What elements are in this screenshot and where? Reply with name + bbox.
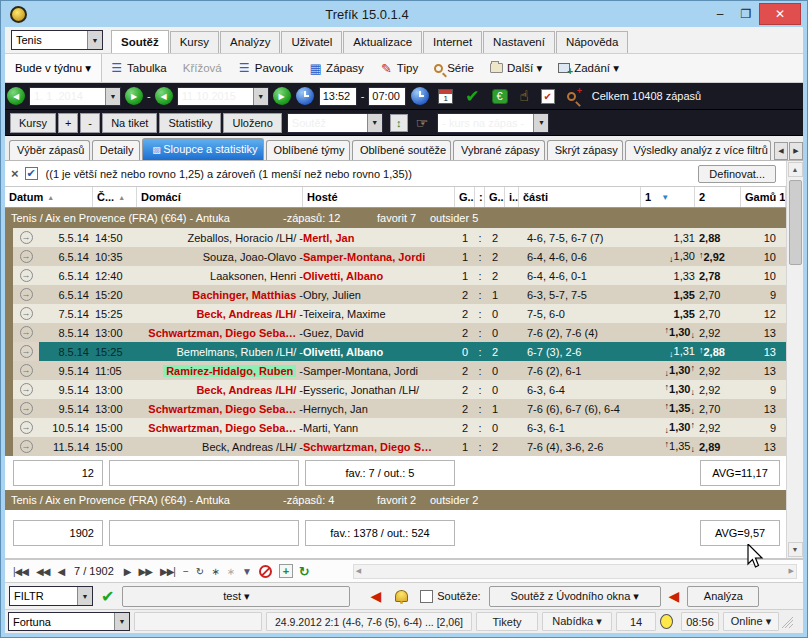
open-match-icon[interactable]: →: [20, 440, 33, 453]
nav-star-button[interactable]: ∗: [211, 566, 218, 577]
toolbar-zadání-button[interactable]: Zadání ▾: [550, 54, 627, 82]
menu-item-kursy[interactable]: Kursy: [170, 31, 219, 53]
add-record-icon[interactable]: +: [279, 564, 293, 578]
match-row[interactable]: →9.5.1413:00Beck, Andreas /LH/ - Eysseri…: [5, 380, 786, 399]
column-header-3[interactable]: Domácí: [137, 187, 303, 207]
filter-enabled-checkbox[interactable]: ✔: [25, 167, 38, 180]
open-match-icon[interactable]: →: [20, 288, 33, 301]
row-open-cell[interactable]: →: [13, 361, 39, 380]
open-match-icon[interactable]: →: [20, 307, 33, 320]
row-open-cell[interactable]: →: [13, 266, 39, 285]
toolbar-tabulka-button[interactable]: ☰Tabulka: [102, 54, 175, 82]
column-header-1[interactable]: Datum▲: [5, 187, 93, 207]
maximize-button[interactable]: ❐: [733, 4, 759, 24]
reload-icon[interactable]: ↻: [299, 564, 310, 579]
view-tab-8[interactable]: Výsledky analýz z více filtrů: [625, 140, 771, 160]
column-header-5[interactable]: G...: [455, 187, 475, 207]
menu-item-aktualizace[interactable]: Aktualizace: [343, 31, 422, 53]
nav-delete-button[interactable]: −: [183, 566, 188, 577]
view-tab-2[interactable]: Detaily: [92, 140, 140, 160]
row-open-cell[interactable]: →: [13, 437, 39, 456]
row-open-cell[interactable]: →: [13, 399, 39, 418]
nav-last-button[interactable]: ▶▶|: [160, 566, 175, 577]
nav-next-button[interactable]: ▶: [124, 566, 131, 577]
row-open-cell[interactable]: →: [13, 418, 39, 437]
column-header-10[interactable]: 1▼: [641, 187, 695, 207]
checklist-icon[interactable]: ✔: [541, 89, 555, 104]
menu-item-nápověda[interactable]: Nápověda: [556, 31, 628, 53]
open-match-icon[interactable]: →: [20, 250, 33, 263]
row-open-cell[interactable]: →: [13, 342, 39, 361]
euro-icon[interactable]: €: [492, 89, 508, 104]
bell-icon[interactable]: [395, 590, 408, 602]
time-to-clock-button[interactable]: [411, 87, 429, 105]
scroll-up-icon[interactable]: ▲: [788, 162, 803, 177]
view-tab-3[interactable]: Sloupce a statistiky: [142, 138, 263, 160]
column-header-9[interactable]: části: [519, 187, 641, 207]
minimize-button[interactable]: –: [707, 4, 733, 24]
row-open-cell[interactable]: →: [13, 323, 39, 342]
column-header-2[interactable]: Č...▲: [93, 187, 137, 207]
sport-selector[interactable]: Tenis ▼: [11, 30, 103, 50]
vertical-scrollbar[interactable]: ▲ ▼: [786, 161, 803, 558]
column-header-4[interactable]: Hosté: [303, 187, 455, 207]
oddsbar-uloženo-button[interactable]: Uloženo: [223, 113, 281, 133]
bookmaker-selector[interactable]: Fortuna ▼: [8, 612, 130, 631]
chevron-down-icon[interactable]: ▼: [253, 88, 268, 105]
match-row[interactable]: →10.5.1415:00Schwartzman, Diego Seba… - …: [5, 418, 786, 437]
nav-fast-back-button[interactable]: ◀◀: [36, 566, 49, 577]
row-open-cell[interactable]: →: [13, 228, 39, 247]
row-open-cell[interactable]: →: [13, 380, 39, 399]
column-header-7[interactable]: G...: [485, 187, 505, 207]
scroll-down-icon[interactable]: ▼: [788, 542, 803, 557]
match-row[interactable]: →8.5.1413:00Schwartzman, Diego Seba… - G…: [5, 323, 786, 342]
column-filter-icon[interactable]: ▼: [661, 193, 669, 202]
remove-filter-icon[interactable]: ×: [11, 166, 19, 181]
chevron-down-icon[interactable]: ▼: [87, 31, 102, 49]
row-open-cell[interactable]: →: [13, 285, 39, 304]
tabs-scroll-right-button[interactable]: ▶: [789, 142, 803, 160]
date-to-field[interactable]: 11.10.2015 ▼: [177, 87, 269, 106]
view-tab-6[interactable]: Vybrané zápasy: [453, 140, 545, 160]
chevron-down-icon[interactable]: ▼: [367, 114, 382, 132]
view-tab-7[interactable]: Skrýt zápasy: [547, 140, 624, 160]
offer-dropdown[interactable]: Nabídka ▾: [542, 612, 612, 631]
menu-item-soutěž[interactable]: Soutěž: [111, 30, 169, 53]
oddsbar-statistiky-button[interactable]: Statistiky: [159, 113, 221, 133]
odds-type-select[interactable]: - kurs na zápas - ▼: [437, 113, 549, 133]
preset-button[interactable]: test ▾: [122, 586, 350, 607]
open-match-icon[interactable]: →: [20, 269, 33, 282]
time-from-field[interactable]: 13:52: [319, 87, 357, 106]
row-open-cell[interactable]: →: [13, 304, 39, 323]
match-row[interactable]: →7.5.1415:25Beck, Andreas /LH/ - Teixeir…: [5, 304, 786, 323]
hscroll-left-icon[interactable]: ◀: [356, 567, 361, 575]
search-plus-icon[interactable]: [567, 92, 576, 101]
open-match-icon[interactable]: →: [20, 326, 33, 339]
analyze-left-arrow-icon[interactable]: ◀: [669, 588, 680, 604]
match-row[interactable]: →5.5.1414:50Zeballos, Horacio /LH/ - Mer…: [5, 228, 786, 247]
online-dropdown[interactable]: Online ▾: [723, 612, 779, 631]
open-match-icon[interactable]: →: [20, 383, 33, 396]
resize-grip[interactable]: [781, 616, 793, 628]
date-from-prev-button[interactable]: ◀: [7, 87, 25, 105]
menu-item-analýzy[interactable]: Analýzy: [220, 31, 280, 53]
apply-left-arrow-icon[interactable]: ◀: [370, 588, 381, 604]
view-tab-1[interactable]: Výběr zápasů: [9, 140, 90, 160]
open-match-icon[interactable]: →: [20, 402, 33, 415]
column-header-8[interactable]: i...: [505, 187, 519, 207]
menu-item-nastavení[interactable]: Nastavení: [483, 31, 555, 53]
open-match-icon[interactable]: →: [20, 421, 33, 434]
toolbar-zápasy-button[interactable]: ▦Zápasy: [301, 54, 372, 82]
period-dropdown[interactable]: Bude v týdnu ▾: [5, 54, 102, 82]
group-header[interactable]: Tenis / Aix en Provence (FRA) (€64) - An…: [5, 490, 786, 510]
date-to-next-button[interactable]: ▶: [273, 87, 291, 105]
match-row[interactable]: →6.5.1412:40Laaksonen, Henri - Olivetti,…: [5, 266, 786, 285]
column-header-12[interactable]: Gamů 1. set: [741, 187, 786, 207]
match-row[interactable]: →9.5.1413:00Schwartzman, Diego Seba… - H…: [5, 399, 786, 418]
apply-filter-check-icon[interactable]: ✔: [101, 587, 114, 606]
filter-selector[interactable]: FILTR ▼: [9, 586, 93, 606]
horizontal-scrollbar[interactable]: ◀ ▶: [353, 564, 797, 579]
match-row[interactable]: →9.5.1411:05Ramirez-Hidalgo, Ruben - Sam…: [5, 361, 786, 380]
column-header-11[interactable]: 2: [695, 187, 741, 207]
oddsbar-na-tiket-button[interactable]: Na tiket: [102, 113, 157, 133]
